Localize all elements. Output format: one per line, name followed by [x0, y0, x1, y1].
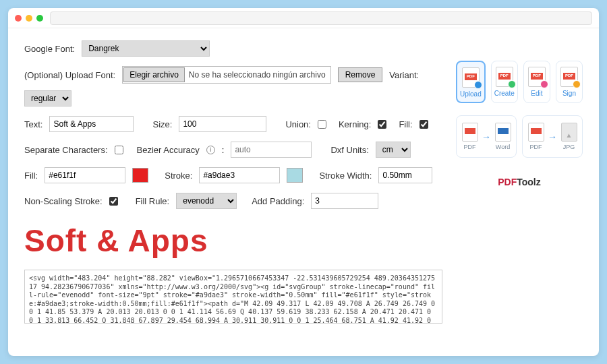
sep-chars-checkbox[interactable] [115, 146, 123, 154]
choose-file-button[interactable]: Elegir archivo [123, 67, 185, 82]
pdf-icon [560, 67, 578, 87]
convert-pdf-word[interactable]: PDF → Word [456, 115, 517, 158]
url-bar[interactable] [50, 11, 592, 25]
padding-input[interactable] [311, 193, 378, 209]
fill-label: Fill: [24, 171, 38, 181]
upload-font-label: (Optional) Upload Font: [24, 70, 115, 80]
fill-toggle-label: Fill: [399, 119, 412, 129]
window-controls [15, 15, 43, 22]
conv-from-label: PDF [530, 144, 542, 150]
conv-to-label: Word [496, 144, 510, 150]
padding-label: Add Padding: [252, 196, 304, 206]
upload-badge-icon [474, 81, 482, 89]
tool-sign[interactable]: Sign [556, 61, 583, 103]
app-window: Google Font: Dangrek (Optional) Upload F… [8, 8, 599, 356]
sep-chars-label: Separate Characters: [24, 145, 108, 155]
tool-label: Edit [531, 90, 542, 97]
google-font-select[interactable]: Dangrek [82, 40, 210, 57]
title-bar [8, 8, 599, 28]
stroke-label: Stroke: [165, 171, 192, 181]
conv-from-label: PDF [464, 144, 476, 150]
non-scaling-label: Non-Scaling Stroke: [24, 196, 103, 206]
tool-edit[interactable]: Edit [523, 61, 550, 103]
stroke-input[interactable] [199, 167, 280, 183]
convert-row: PDF → Word PDF → JPG [456, 115, 583, 158]
create-badge-icon [508, 80, 516, 88]
variant-select[interactable]: regular [24, 90, 71, 107]
info-icon[interactable]: i [206, 146, 215, 154]
sidebar: Upload Create Edit Sign [456, 61, 583, 348]
jpg-icon [561, 123, 577, 142]
convert-pdf-jpg[interactable]: PDF → JPG [522, 115, 583, 158]
union-checkbox[interactable] [318, 120, 326, 129]
pdf-icon [462, 123, 478, 142]
tool-label: Upload [460, 90, 482, 98]
text-input[interactable] [49, 116, 134, 132]
svg-output[interactable]: <svg width="483.204" height="88.282" vie… [24, 270, 442, 324]
arrow-right-icon: → [482, 131, 491, 142]
tool-create[interactable]: Create [491, 61, 518, 103]
fill-toggle-checkbox[interactable] [420, 120, 428, 129]
text-label: Text: [24, 119, 42, 129]
tool-label: Sign [562, 90, 576, 97]
brand-logo: PDFToolz [456, 177, 583, 187]
sign-badge-icon [573, 80, 581, 88]
fill-swatch[interactable] [132, 168, 148, 183]
conv-to-label: JPG [563, 144, 575, 150]
main-form: Google Font: Dangrek (Optional) Upload F… [24, 40, 442, 348]
google-font-label: Google Font: [24, 44, 75, 54]
union-label: Union: [285, 119, 311, 129]
close-icon[interactable] [15, 15, 22, 22]
non-scaling-checkbox[interactable] [109, 197, 118, 206]
size-input[interactable] [179, 116, 266, 132]
pdf-icon [528, 123, 544, 142]
kerning-checkbox[interactable] [378, 120, 386, 129]
edit-badge-icon [540, 80, 548, 88]
maximize-icon[interactable] [36, 15, 43, 22]
stroke-width-label: Stroke Width: [319, 171, 372, 181]
tools-row: Upload Create Edit Sign [456, 61, 583, 103]
pdf-icon [528, 67, 546, 87]
content-area: Google Font: Dangrek (Optional) Upload F… [8, 28, 599, 356]
dxf-select[interactable]: cm [376, 142, 411, 158]
variant-label: Variant: [389, 70, 419, 80]
size-label: Size: [152, 119, 172, 129]
bezier-input[interactable] [231, 142, 312, 158]
preview-text: Soft & Apps [24, 218, 442, 260]
kerning-label: Kerning: [339, 119, 371, 129]
remove-button[interactable]: Remove [338, 67, 383, 82]
arrow-right-icon: → [548, 131, 557, 142]
pdf-icon [462, 67, 480, 88]
stroke-swatch[interactable] [287, 168, 303, 183]
fill-rule-label: Fill Rule: [136, 196, 170, 206]
fill-rule-select[interactable]: evenodd [176, 193, 237, 209]
fill-input[interactable] [45, 167, 125, 183]
pdf-icon [496, 67, 513, 87]
word-icon [495, 123, 511, 142]
no-file-text: No se ha seleccionado ningún archivo [185, 70, 330, 80]
brand-toolz: Toolz [517, 177, 541, 187]
bezier-label: Bezier Accuracy [137, 145, 200, 155]
tool-label: Create [494, 90, 515, 97]
minimize-icon[interactable] [26, 15, 32, 22]
dxf-label: Dxf Units: [330, 145, 368, 155]
tool-upload[interactable]: Upload [456, 61, 486, 103]
stroke-width-input[interactable] [378, 167, 432, 183]
brand-pdf: PDF [498, 177, 517, 187]
